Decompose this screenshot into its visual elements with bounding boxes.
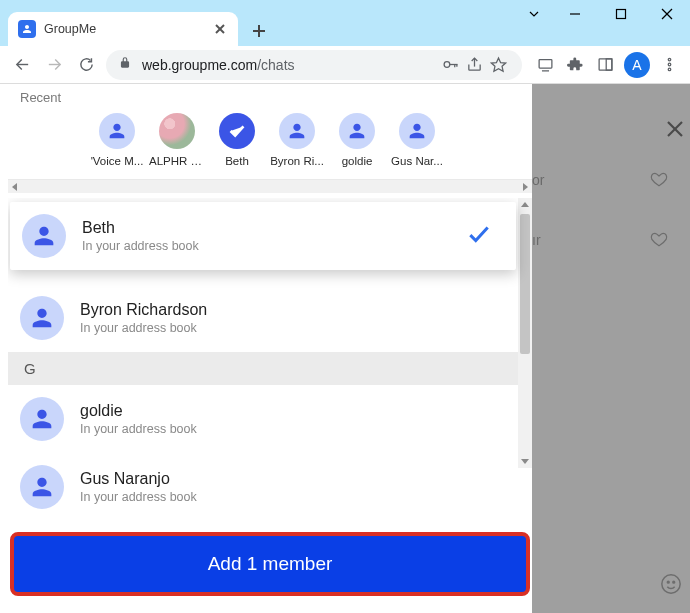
svg-point-25 xyxy=(662,575,680,593)
vertical-scrollbar[interactable] xyxy=(518,198,532,468)
contact-item[interactable]: goldie In your address book xyxy=(8,385,518,453)
scroll-up-icon[interactable] xyxy=(518,198,532,212)
recent-chip[interactable]: Gus Nar... xyxy=(388,113,446,167)
cast-icon[interactable] xyxy=(530,50,560,80)
horizontal-scrollbar[interactable] xyxy=(8,179,532,193)
svg-point-22 xyxy=(668,68,671,71)
add-members-modal: Recent 'Voice M... ALPHR J... Beth Byron xyxy=(8,84,532,604)
contact-sub: In your address book xyxy=(80,490,197,504)
svg-marker-15 xyxy=(491,58,505,71)
contacts-list: Beth In your address book Byron Richards… xyxy=(8,198,532,528)
contact-name: Byron Richardson xyxy=(80,301,207,319)
avatar-photo xyxy=(159,113,195,149)
contact-name: Gus Naranjo xyxy=(80,470,197,488)
recent-chip[interactable]: Byron Ri... xyxy=(268,113,326,167)
chip-label: 'Voice M... xyxy=(91,155,144,167)
obscured-text: or xyxy=(532,172,544,188)
tab-title: GroupMe xyxy=(44,22,212,36)
contact-sub: In your address book xyxy=(82,239,199,253)
address-bar[interactable]: web.groupme.com/chats xyxy=(106,50,522,80)
close-tab-icon[interactable] xyxy=(212,21,228,37)
contact-sub: In your address book xyxy=(80,422,197,436)
svg-rect-16 xyxy=(539,60,552,68)
person-icon xyxy=(20,465,64,509)
modal-backdrop: or ır xyxy=(532,84,690,613)
menu-dots-icon[interactable] xyxy=(654,50,684,80)
close-window-button[interactable] xyxy=(644,0,690,28)
tab-groupme[interactable]: GroupMe xyxy=(8,12,238,46)
scroll-down-icon[interactable] xyxy=(518,454,532,468)
maximize-button[interactable] xyxy=(598,0,644,28)
add-member-label: Add 1 member xyxy=(208,553,333,575)
section-letter: G xyxy=(8,352,518,385)
person-icon xyxy=(20,296,64,340)
add-member-button[interactable]: Add 1 member xyxy=(10,532,530,596)
password-key-icon[interactable] xyxy=(438,53,462,77)
person-icon xyxy=(279,113,315,149)
scroll-right-icon[interactable] xyxy=(518,180,532,194)
contact-name: goldie xyxy=(80,402,197,420)
svg-marker-28 xyxy=(12,183,17,191)
new-tab-button[interactable] xyxy=(244,16,274,46)
close-icon[interactable] xyxy=(666,120,686,140)
svg-rect-18 xyxy=(599,59,612,70)
emoji-picker-icon[interactable] xyxy=(660,573,682,599)
browser-toolbar: web.groupme.com/chats A xyxy=(0,46,690,84)
recent-label: Recent xyxy=(8,84,532,109)
heart-icon[interactable] xyxy=(650,170,668,192)
contact-item-selected[interactable]: Beth In your address book xyxy=(10,202,516,270)
chevron-down-icon[interactable] xyxy=(516,0,552,28)
chip-label: Beth xyxy=(225,155,249,167)
recent-chip-selected[interactable]: Beth xyxy=(208,113,266,167)
svg-point-10 xyxy=(444,62,450,68)
scrollbar-thumb[interactable] xyxy=(520,214,530,354)
contact-name: Beth xyxy=(82,219,199,237)
svg-marker-31 xyxy=(521,459,529,464)
lock-icon xyxy=(118,56,132,74)
chip-label: goldie xyxy=(342,155,373,167)
person-icon xyxy=(22,214,66,258)
window-controls xyxy=(516,0,690,28)
page-content: or ır Recent 'Voice M... ALPHR J... Beth xyxy=(0,84,690,613)
bookmark-star-icon[interactable] xyxy=(486,53,510,77)
svg-point-27 xyxy=(673,581,675,583)
svg-rect-19 xyxy=(606,59,612,70)
person-icon xyxy=(20,397,64,441)
person-icon xyxy=(99,113,135,149)
recent-chip[interactable]: 'Voice M... xyxy=(88,113,146,167)
recent-chip[interactable]: goldie xyxy=(328,113,386,167)
svg-marker-30 xyxy=(521,202,529,207)
url-text: web.groupme.com/chats xyxy=(142,57,438,73)
person-icon xyxy=(399,113,435,149)
scroll-left-icon[interactable] xyxy=(8,180,22,194)
chip-label: Byron Ri... xyxy=(270,155,324,167)
favicon-icon xyxy=(18,20,36,38)
svg-point-21 xyxy=(668,63,671,66)
recent-contacts-row: 'Voice M... ALPHR J... Beth Byron Ri... … xyxy=(8,109,532,193)
contact-item[interactable]: Gus Naranjo In your address book xyxy=(8,453,518,513)
checkmark-icon xyxy=(219,113,255,149)
heart-icon[interactable] xyxy=(650,230,668,252)
svg-point-20 xyxy=(668,58,671,61)
svg-point-26 xyxy=(667,581,669,583)
contact-sub: In your address book xyxy=(80,321,207,335)
chip-label: ALPHR J... xyxy=(149,155,205,167)
reload-button[interactable] xyxy=(70,49,102,81)
forward-button[interactable] xyxy=(38,49,70,81)
svg-marker-29 xyxy=(523,183,528,191)
contact-item[interactable]: Byron Richardson In your address book xyxy=(8,284,518,352)
person-icon xyxy=(339,113,375,149)
extensions-icon[interactable] xyxy=(560,50,590,80)
checkmark-icon xyxy=(466,221,492,251)
side-panel-icon[interactable] xyxy=(590,50,620,80)
obscured-text: ır xyxy=(532,232,541,248)
profile-avatar[interactable]: A xyxy=(624,52,650,78)
recent-chip[interactable]: ALPHR J... xyxy=(148,113,206,167)
share-icon[interactable] xyxy=(462,53,486,77)
chip-label: Gus Nar... xyxy=(391,155,443,167)
back-button[interactable] xyxy=(6,49,38,81)
svg-rect-1 xyxy=(617,10,626,19)
minimize-button[interactable] xyxy=(552,0,598,28)
